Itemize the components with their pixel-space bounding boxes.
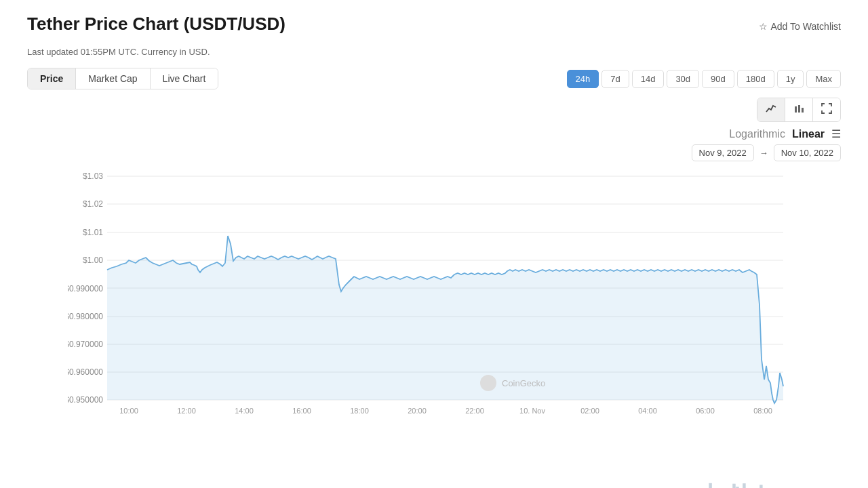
price-fill [107,236,783,403]
time-btn-1y[interactable]: 1y [777,70,804,88]
linear-option[interactable]: Linear [792,128,825,140]
y-label-9: $0.950000 [68,395,103,405]
date-to[interactable]: Nov 10, 2022 [774,144,841,161]
y-label-1: $1.03 [83,171,103,181]
x-label-14: 14:00 [235,407,254,415]
line-chart-icon [766,103,776,114]
chart-type-group [757,98,841,122]
volume-bar [709,483,711,488]
coingecko-logo [480,375,496,391]
volume-bar [760,485,762,488]
y-label-5: $0.990000 [68,284,103,293]
time-range-group: 24h 7d 14d 30d 90d 180d 1y Max [567,70,842,88]
tab-live-chart[interactable]: Live Chart [151,68,218,89]
y-label-2: $1.02 [83,199,103,209]
y-label-4: $1.00 [83,256,103,265]
x-label-10: 10:00 [119,407,138,415]
fullscreen-button[interactable] [813,98,840,121]
y-label-3: $1.01 [83,228,103,237]
x-label-22: 22:00 [465,407,484,415]
line-chart-button[interactable] [757,98,785,121]
volume-chart-svg: // Generate volume bars inline [68,422,787,466]
time-btn-max[interactable]: Max [806,70,841,88]
x-label-08: 08:00 [753,407,772,415]
x-label-10nov: 10. Nov [519,407,545,415]
x-label-12: 12:00 [177,407,196,415]
date-from[interactable]: Nov 9, 2022 [692,144,754,161]
y-label-6: $0.980000 [68,312,103,321]
time-btn-14d[interactable]: 14d [632,70,665,88]
arrow-icon: → [760,148,768,158]
time-btn-30d[interactable]: 30d [667,70,699,88]
star-icon: ☆ [759,21,768,32]
volume-bar [743,483,745,488]
page-title: Tether Price Chart (USDT/USD) [27,14,285,35]
tab-market-cap[interactable]: Market Cap [76,68,150,89]
volume-bar [732,484,735,488]
x-label-16: 16:00 [292,407,311,415]
y-label-7: $0.970000 [68,340,103,349]
y-label-8: $0.960000 [68,367,103,377]
time-btn-24h[interactable]: 24h [567,70,599,88]
menu-icon[interactable]: ☰ [831,127,841,140]
svg-rect-0 [795,106,797,113]
bar-chart-icon [793,103,804,114]
x-label-06: 06:00 [696,407,715,415]
fullscreen-icon [821,103,832,114]
logarithmic-option[interactable]: Logarithmic [729,128,785,140]
svg-rect-1 [798,105,800,113]
x-label-02: 02:00 [580,407,599,415]
chart-tabs: Price Market Cap Live Chart [27,68,218,89]
tab-price[interactable]: Price [28,68,76,89]
time-btn-180d[interactable]: 180d [737,70,774,88]
x-label-20: 20:00 [408,407,427,415]
watchlist-label: Add To Watchlist [771,21,842,32]
time-btn-90d[interactable]: 90d [702,70,734,88]
x-label-04: 04:00 [638,407,657,415]
main-chart-svg: $1.03 $1.02 $1.01 $1.00 $0.990000 $0.980… [68,169,787,420]
watchlist-button[interactable]: ☆ Add To Watchlist [759,21,842,32]
svg-rect-2 [802,108,804,113]
subtitle: Last updated 01:55PM UTC. Currency in US… [27,47,841,57]
x-label-18: 18:00 [350,407,369,415]
volume-bars [68,479,827,488]
time-btn-7d[interactable]: 7d [601,70,629,88]
coingecko-watermark: CoinGecko [502,378,545,388]
bar-chart-button[interactable] [785,98,813,121]
chart-area: $1.03 $1.02 $1.01 $1.00 $0.990000 $0.980… [27,169,841,466]
